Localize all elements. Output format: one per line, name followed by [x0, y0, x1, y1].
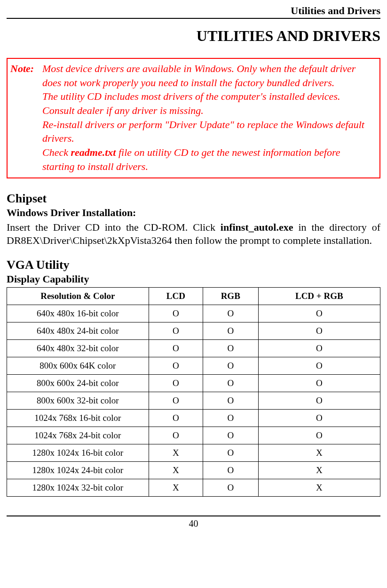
table-cell: O [203, 357, 258, 374]
table-cell: O [203, 461, 258, 479]
table-cell: X [258, 479, 380, 496]
table-cell: 1280x 1024x 32-bit color [7, 479, 149, 496]
note-spacer [10, 118, 42, 145]
table-row: 1024x 768x 16-bit colorOOO [7, 409, 380, 427]
table-cell: O [203, 322, 258, 339]
note-paragraph-2: The utility CD includes most drivers of … [42, 89, 375, 117]
page-header: Utilities and Drivers [7, 5, 380, 19]
table-cell: O [203, 479, 258, 496]
chipset-exe-name: infinst_autol.exe [221, 221, 293, 233]
col-lcd: LCD [149, 287, 203, 305]
table-cell: O [203, 305, 258, 322]
note-spacer [10, 89, 42, 117]
vga-subheading: Display Capability [7, 273, 380, 285]
chipset-subheading: Windows Driver Installation: [7, 207, 380, 219]
page-title: UTILITIES AND DRIVERS [7, 27, 380, 45]
note-spacer [10, 145, 42, 173]
table-cell: O [258, 322, 380, 339]
table-cell: O [203, 374, 258, 392]
table-row: 800x 600x 24-bit colorOOO [7, 374, 380, 392]
table-cell: O [149, 409, 203, 427]
table-cell: O [149, 427, 203, 444]
table-cell: O [149, 322, 203, 339]
chipset-body: Insert the Driver CD into the CD-ROM. Cl… [7, 221, 380, 248]
table-cell: O [203, 444, 258, 461]
table-cell: 800x 600x 24-bit color [7, 374, 149, 392]
table-cell: 1280x 1024x 16-bit color [7, 444, 149, 461]
table-cell: O [149, 305, 203, 322]
chipset-text-a: Insert the Driver CD into the CD-ROM. Cl… [7, 221, 221, 233]
note-paragraph-3: Re-install drivers or perform "Driver Up… [42, 118, 375, 145]
col-lcd-rgb: LCD + RGB [258, 287, 380, 305]
table-cell: X [258, 444, 380, 461]
table-cell: O [258, 339, 380, 357]
table-cell: 800x 600x 64K color [7, 357, 149, 374]
col-resolution: Resolution & Color [7, 287, 149, 305]
table-cell: 640x 480x 24-bit color [7, 322, 149, 339]
table-cell: 1280x 1024x 24-bit color [7, 461, 149, 479]
note-readme-filename: readme.txt [71, 146, 116, 158]
table-cell: 1024x 768x 16-bit color [7, 409, 149, 427]
display-capability-table: Resolution & Color LCD RGB LCD + RGB 640… [7, 287, 380, 497]
table-cell: O [149, 339, 203, 357]
table-row: 640x 480x 24-bit colorOOO [7, 322, 380, 339]
table-cell: X [149, 444, 203, 461]
table-row: 1280x 1024x 24-bit colorXOX [7, 461, 380, 479]
note-paragraph-1: Most device drivers are available in Win… [42, 62, 375, 89]
table-cell: 800x 600x 32-bit color [7, 392, 149, 409]
table-cell: O [258, 305, 380, 322]
note-p4-a: Check [42, 146, 71, 158]
table-cell: O [258, 374, 380, 392]
table-cell: O [203, 409, 258, 427]
table-row: 1024x 768x 24-bit colorOOO [7, 427, 380, 444]
col-rgb: RGB [203, 287, 258, 305]
table-cell: O [149, 374, 203, 392]
table-cell: O [203, 339, 258, 357]
table-cell: O [258, 427, 380, 444]
table-cell: 640x 480x 16-bit color [7, 305, 149, 322]
chipset-heading: Chipset [7, 192, 380, 206]
vga-heading: VGA Utility [7, 258, 380, 272]
table-cell: O [203, 392, 258, 409]
table-row: 1280x 1024x 32-bit colorXOX [7, 479, 380, 496]
note-label: Note: [10, 62, 42, 89]
table-row: 640x 480x 32-bit colorOOO [7, 339, 380, 357]
page-number: 40 [7, 516, 380, 529]
table-cell: O [258, 357, 380, 374]
table-header-row: Resolution & Color LCD RGB LCD + RGB [7, 287, 380, 305]
table-cell: O [149, 357, 203, 374]
table-row: 800x 600x 64K colorOOO [7, 357, 380, 374]
table-cell: X [149, 479, 203, 496]
table-cell: O [258, 392, 380, 409]
table-cell: X [149, 461, 203, 479]
table-row: 1280x 1024x 16-bit colorXOX [7, 444, 380, 461]
table-cell: O [149, 392, 203, 409]
table-cell: O [258, 409, 380, 427]
table-cell: 640x 480x 32-bit color [7, 339, 149, 357]
table-cell: X [258, 461, 380, 479]
table-cell: 1024x 768x 24-bit color [7, 427, 149, 444]
table-row: 640x 480x 16-bit colorOOO [7, 305, 380, 322]
table-row: 800x 600x 32-bit colorOOO [7, 392, 380, 409]
note-box: Note: Most device drivers are available … [7, 58, 380, 178]
table-cell: O [203, 427, 258, 444]
note-paragraph-4: Check readme.txt file on utility CD to g… [42, 145, 375, 173]
